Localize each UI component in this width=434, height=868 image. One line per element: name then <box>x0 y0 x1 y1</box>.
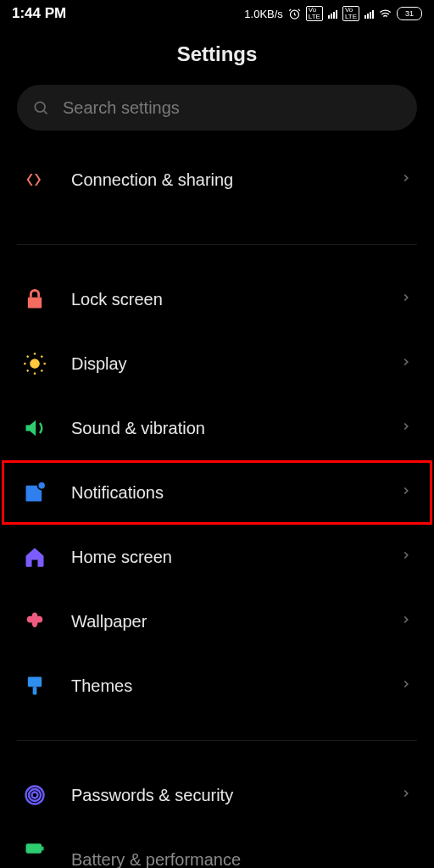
item-label: Wallpaper <box>71 612 376 632</box>
item-label: Lock screen <box>71 290 376 309</box>
item-notifications[interactable]: Notifications <box>0 460 434 525</box>
battery-icon <box>22 836 47 861</box>
lock-icon <box>22 287 47 312</box>
data-rate: 1.0KB/s <box>244 8 283 20</box>
svg-point-17 <box>29 789 41 801</box>
item-wallpaper[interactable]: Wallpaper <box>0 589 434 654</box>
item-label: Battery & performance <box>71 850 412 868</box>
item-battery-performance[interactable]: Battery & performance <box>0 827 434 868</box>
chevron-right-icon <box>400 787 412 803</box>
item-label: Passwords & security <box>71 786 376 805</box>
svg-line-10 <box>27 370 29 371</box>
item-home-screen[interactable]: Home screen <box>0 525 434 589</box>
chevron-right-icon <box>400 549 412 565</box>
svg-line-6 <box>27 356 29 358</box>
item-passwords-security[interactable]: Passwords & security <box>0 763 434 827</box>
item-lock-screen[interactable]: Lock screen <box>0 267 434 331</box>
search-input[interactable] <box>61 97 402 119</box>
svg-point-18 <box>32 793 38 798</box>
item-label: Notifications <box>71 483 376 503</box>
item-label: Display <box>71 354 376 374</box>
item-display[interactable]: Display <box>0 331 434 396</box>
fingerprint-icon <box>22 782 47 808</box>
svg-point-13 <box>38 481 46 489</box>
alarm-icon <box>288 8 301 20</box>
svg-rect-20 <box>42 847 43 851</box>
settings-list: Connection & sharing Lock screen Display… <box>0 146 434 868</box>
svg-point-3 <box>30 359 40 369</box>
status-bar: 1:44 PM 1.0KB/s VoLTE VoLTE 31 <box>0 0 434 24</box>
item-label: Connection & sharing <box>71 170 376 190</box>
svg-rect-14 <box>28 677 42 687</box>
svg-rect-2 <box>28 298 42 309</box>
chevron-right-icon <box>400 292 412 307</box>
brush-icon <box>22 673 47 698</box>
chevron-right-icon <box>400 614 412 629</box>
svg-rect-19 <box>26 843 42 854</box>
chevron-right-icon <box>400 678 412 693</box>
notifications-icon <box>22 480 47 505</box>
signal-icon-1 <box>328 8 337 19</box>
item-themes[interactable]: Themes <box>0 654 434 718</box>
connection-icon <box>22 167 47 192</box>
item-label: Themes <box>71 676 376 696</box>
page-title: Settings <box>0 24 434 85</box>
svg-rect-15 <box>33 687 37 694</box>
signal-icon-2 <box>364 8 374 19</box>
item-sound-vibration[interactable]: Sound & vibration <box>0 396 434 460</box>
sun-icon <box>22 351 47 376</box>
status-right: 1.0KB/s VoLTE VoLTE 31 <box>244 6 422 21</box>
status-time: 1:44 PM <box>12 5 66 22</box>
svg-line-7 <box>41 370 42 371</box>
chevron-right-icon <box>400 485 412 500</box>
search-icon <box>32 99 49 116</box>
chevron-right-icon <box>400 420 412 436</box>
item-connection-sharing[interactable]: Connection & sharing <box>0 146 434 214</box>
volte-badge-1: VoLTE <box>306 6 323 21</box>
home-icon <box>22 544 47 570</box>
item-label: Sound & vibration <box>71 419 376 438</box>
speaker-icon <box>22 415 47 441</box>
svg-point-1 <box>35 102 45 112</box>
battery-icon: 31 <box>397 7 422 20</box>
wifi-icon <box>379 8 392 20</box>
search-bar[interactable] <box>17 85 417 131</box>
volte-badge-2: VoLTE <box>342 6 359 21</box>
chevron-right-icon <box>400 356 412 371</box>
chevron-right-icon <box>400 172 412 187</box>
flower-icon <box>22 609 47 634</box>
svg-line-11 <box>41 356 42 358</box>
battery-level: 31 <box>397 7 422 20</box>
item-label: Home screen <box>71 548 376 567</box>
